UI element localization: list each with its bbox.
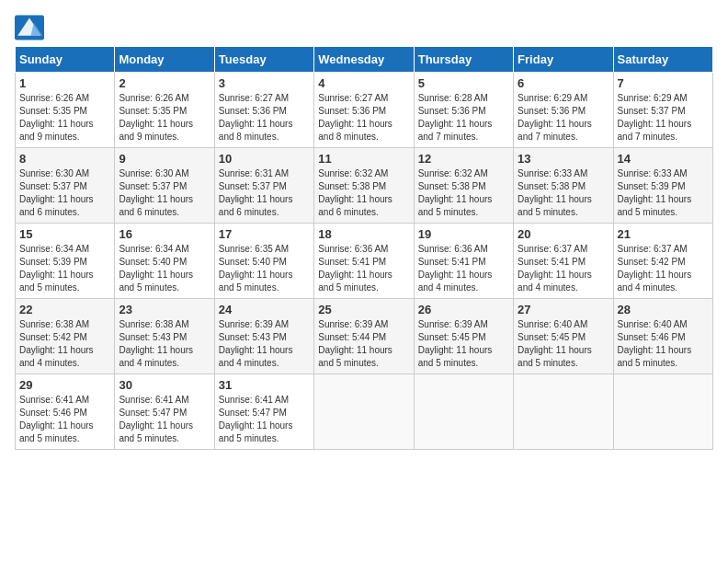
day-number: 9	[119, 152, 210, 166]
day-number: 8	[19, 152, 110, 166]
week-row-5: 29 Sunrise: 6:41 AM Sunset: 5:46 PM Dayl…	[16, 374, 713, 450]
day-number: 21	[618, 227, 709, 241]
calendar-cell	[514, 374, 613, 450]
day-number: 19	[418, 227, 509, 241]
day-info: Sunrise: 6:28 AM Sunset: 5:36 PM Dayligh…	[418, 92, 509, 144]
day-header-saturday: Saturday	[613, 47, 712, 73]
calendar-cell: 16 Sunrise: 6:34 AM Sunset: 5:40 PM Dayl…	[115, 224, 214, 299]
day-info: Sunrise: 6:39 AM Sunset: 5:43 PM Dayligh…	[219, 318, 310, 370]
day-info: Sunrise: 6:30 AM Sunset: 5:37 PM Dayligh…	[119, 167, 210, 219]
calendar-cell: 20 Sunrise: 6:37 AM Sunset: 5:41 PM Dayl…	[514, 224, 613, 299]
calendar-cell: 2 Sunrise: 6:26 AM Sunset: 5:35 PM Dayli…	[115, 73, 214, 148]
day-number: 23	[119, 303, 210, 316]
day-header-wednesday: Wednesday	[314, 47, 414, 73]
day-header-friday: Friday	[514, 47, 613, 73]
day-info: Sunrise: 6:34 AM Sunset: 5:40 PM Dayligh…	[119, 243, 210, 294]
calendar-cell	[314, 374, 414, 450]
day-info: Sunrise: 6:40 AM Sunset: 5:46 PM Dayligh…	[618, 318, 709, 370]
calendar-cell: 21 Sunrise: 6:37 AM Sunset: 5:42 PM Dayl…	[613, 224, 712, 299]
day-info: Sunrise: 6:41 AM Sunset: 5:47 PM Dayligh…	[119, 394, 210, 445]
day-number: 6	[518, 76, 609, 90]
logo	[15, 15, 48, 40]
week-row-3: 15 Sunrise: 6:34 AM Sunset: 5:39 PM Dayl…	[16, 224, 713, 299]
calendar-cell: 23 Sunrise: 6:38 AM Sunset: 5:43 PM Dayl…	[115, 299, 214, 374]
day-info: Sunrise: 6:30 AM Sunset: 5:37 PM Dayligh…	[19, 167, 110, 219]
calendar-cell: 8 Sunrise: 6:30 AM Sunset: 5:37 PM Dayli…	[16, 148, 115, 224]
calendar-table: SundayMondayTuesdayWednesdayThursdayFrid…	[15, 46, 713, 450]
calendar-cell: 13 Sunrise: 6:33 AM Sunset: 5:38 PM Dayl…	[514, 148, 613, 224]
calendar-cell: 19 Sunrise: 6:36 AM Sunset: 5:41 PM Dayl…	[414, 224, 513, 299]
day-info: Sunrise: 6:37 AM Sunset: 5:42 PM Dayligh…	[618, 243, 709, 294]
calendar-cell: 18 Sunrise: 6:36 AM Sunset: 5:41 PM Dayl…	[314, 224, 414, 299]
calendar-cell: 22 Sunrise: 6:38 AM Sunset: 5:42 PM Dayl…	[16, 299, 115, 374]
calendar-cell: 1 Sunrise: 6:26 AM Sunset: 5:35 PM Dayli…	[16, 73, 115, 148]
day-info: Sunrise: 6:36 AM Sunset: 5:41 PM Dayligh…	[318, 243, 409, 294]
day-info: Sunrise: 6:33 AM Sunset: 5:38 PM Dayligh…	[518, 167, 609, 219]
day-number: 20	[518, 227, 609, 241]
day-info: Sunrise: 6:34 AM Sunset: 5:39 PM Dayligh…	[19, 243, 110, 294]
day-number: 29	[19, 378, 110, 392]
day-number: 22	[19, 303, 110, 316]
day-info: Sunrise: 6:40 AM Sunset: 5:45 PM Dayligh…	[518, 318, 609, 370]
calendar-cell	[414, 374, 513, 450]
calendar-cell: 4 Sunrise: 6:27 AM Sunset: 5:36 PM Dayli…	[314, 73, 414, 148]
day-info: Sunrise: 6:32 AM Sunset: 5:38 PM Dayligh…	[418, 167, 509, 219]
calendar-cell: 17 Sunrise: 6:35 AM Sunset: 5:40 PM Dayl…	[214, 224, 313, 299]
day-info: Sunrise: 6:41 AM Sunset: 5:47 PM Dayligh…	[219, 394, 310, 445]
day-info: Sunrise: 6:29 AM Sunset: 5:37 PM Dayligh…	[618, 92, 709, 144]
day-number: 13	[518, 152, 609, 166]
day-number: 3	[219, 76, 310, 90]
calendar-cell	[613, 374, 712, 450]
day-number: 31	[219, 378, 310, 392]
day-number: 7	[618, 76, 709, 90]
calendar-cell: 24 Sunrise: 6:39 AM Sunset: 5:43 PM Dayl…	[214, 299, 313, 374]
day-number: 28	[618, 303, 709, 316]
day-info: Sunrise: 6:33 AM Sunset: 5:39 PM Dayligh…	[618, 167, 709, 219]
week-row-1: 1 Sunrise: 6:26 AM Sunset: 5:35 PM Dayli…	[16, 73, 713, 148]
day-number: 27	[518, 303, 609, 316]
day-info: Sunrise: 6:39 AM Sunset: 5:45 PM Dayligh…	[418, 318, 509, 370]
day-number: 15	[19, 227, 110, 241]
logo-icon	[15, 15, 44, 40]
calendar-cell: 12 Sunrise: 6:32 AM Sunset: 5:38 PM Dayl…	[414, 148, 513, 224]
day-number: 16	[119, 227, 210, 241]
day-info: Sunrise: 6:31 AM Sunset: 5:37 PM Dayligh…	[219, 167, 310, 219]
day-number: 24	[219, 303, 310, 316]
day-number: 30	[119, 378, 210, 392]
day-info: Sunrise: 6:37 AM Sunset: 5:41 PM Dayligh…	[518, 243, 609, 294]
day-number: 25	[318, 303, 409, 316]
day-number: 5	[418, 76, 509, 90]
calendar-cell: 9 Sunrise: 6:30 AM Sunset: 5:37 PM Dayli…	[115, 148, 214, 224]
calendar-cell: 10 Sunrise: 6:31 AM Sunset: 5:37 PM Dayl…	[214, 148, 313, 224]
day-info: Sunrise: 6:38 AM Sunset: 5:43 PM Dayligh…	[119, 318, 210, 370]
day-number: 26	[418, 303, 509, 316]
day-info: Sunrise: 6:26 AM Sunset: 5:35 PM Dayligh…	[19, 92, 110, 144]
calendar-cell: 6 Sunrise: 6:29 AM Sunset: 5:36 PM Dayli…	[514, 73, 613, 148]
day-info: Sunrise: 6:32 AM Sunset: 5:38 PM Dayligh…	[318, 167, 409, 219]
day-info: Sunrise: 6:26 AM Sunset: 5:35 PM Dayligh…	[119, 92, 210, 144]
day-info: Sunrise: 6:29 AM Sunset: 5:36 PM Dayligh…	[518, 92, 609, 144]
calendar-cell: 14 Sunrise: 6:33 AM Sunset: 5:39 PM Dayl…	[613, 148, 712, 224]
day-info: Sunrise: 6:27 AM Sunset: 5:36 PM Dayligh…	[318, 92, 409, 144]
day-info: Sunrise: 6:39 AM Sunset: 5:44 PM Dayligh…	[318, 318, 409, 370]
calendar-cell: 3 Sunrise: 6:27 AM Sunset: 5:36 PM Dayli…	[214, 73, 313, 148]
calendar-cell: 27 Sunrise: 6:40 AM Sunset: 5:45 PM Dayl…	[514, 299, 613, 374]
day-info: Sunrise: 6:41 AM Sunset: 5:46 PM Dayligh…	[19, 394, 110, 445]
day-number: 14	[618, 152, 709, 166]
day-number: 1	[19, 76, 110, 90]
day-number: 18	[318, 227, 409, 241]
calendar-cell: 29 Sunrise: 6:41 AM Sunset: 5:46 PM Dayl…	[16, 374, 115, 450]
calendar-cell: 7 Sunrise: 6:29 AM Sunset: 5:37 PM Dayli…	[613, 73, 712, 148]
day-header-sunday: Sunday	[16, 47, 115, 73]
day-info: Sunrise: 6:27 AM Sunset: 5:36 PM Dayligh…	[219, 92, 310, 144]
day-info: Sunrise: 6:38 AM Sunset: 5:42 PM Dayligh…	[19, 318, 110, 370]
week-row-2: 8 Sunrise: 6:30 AM Sunset: 5:37 PM Dayli…	[16, 148, 713, 224]
calendar-cell: 30 Sunrise: 6:41 AM Sunset: 5:47 PM Dayl…	[115, 374, 214, 450]
calendar-cell: 15 Sunrise: 6:34 AM Sunset: 5:39 PM Dayl…	[16, 224, 115, 299]
day-header-tuesday: Tuesday	[214, 47, 313, 73]
day-number: 2	[119, 76, 210, 90]
calendar-cell: 31 Sunrise: 6:41 AM Sunset: 5:47 PM Dayl…	[214, 374, 313, 450]
page-header	[15, 15, 713, 40]
calendar-cell: 26 Sunrise: 6:39 AM Sunset: 5:45 PM Dayl…	[414, 299, 513, 374]
day-header-monday: Monday	[115, 47, 214, 73]
